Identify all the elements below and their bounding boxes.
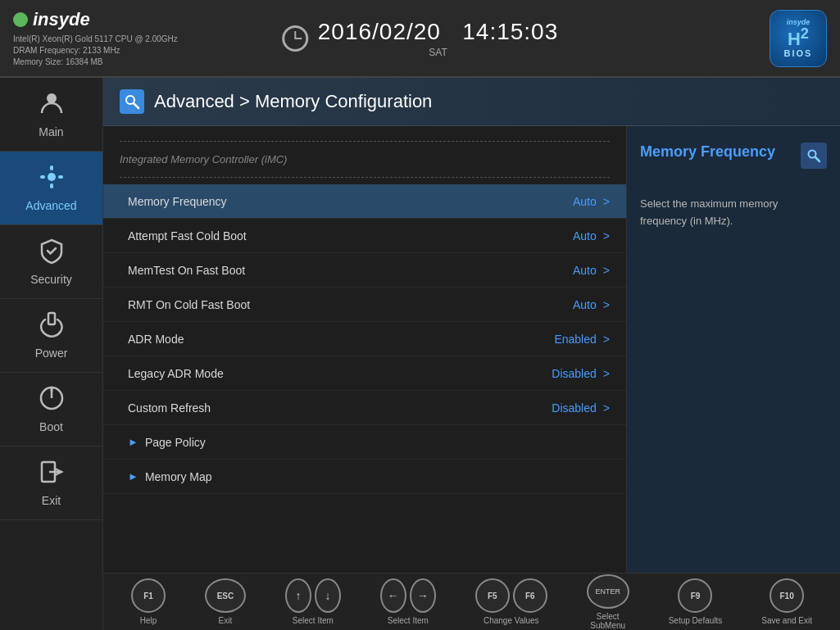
menu-item-label: Attempt Fast Cold Boot [128, 229, 573, 242]
svg-line-13 [134, 103, 138, 108]
power-icon [39, 311, 65, 342]
logo-circle-icon [13, 12, 28, 27]
menu-item-label: Custom Refresh [128, 401, 552, 415]
menu-item-custom-refresh[interactable]: Custom Refresh Disabled > [103, 391, 626, 425]
footer-key-f1[interactable]: F1 Help [131, 578, 166, 625]
sidebar-item-exit[interactable]: Exit [0, 446, 102, 520]
svg-rect-5 [58, 175, 63, 179]
f9-label: Setup Defaults [669, 616, 723, 625]
f6-button[interactable]: F6 [513, 578, 547, 613]
menu-item-memtest-fast-boot[interactable]: MemTest On Fast Boot Auto > [103, 253, 626, 288]
main-layout: Main Advanced Security [0, 78, 840, 630]
chevron-right-icon: > [603, 264, 610, 277]
f9-button[interactable]: F9 [678, 578, 712, 613]
down-arrow-button[interactable]: ↓ [315, 578, 341, 613]
up-arrow-button[interactable]: ↑ [285, 578, 311, 613]
section-label: Integrated Memory Controller (iMC) [103, 148, 626, 170]
enter-label: SelectSubMenu [590, 612, 625, 630]
esc-button[interactable]: ESC [205, 578, 246, 613]
advanced-icon [39, 164, 65, 194]
main-icon [39, 90, 65, 120]
bios-logo: insyde H2 BIOS [770, 10, 827, 67]
right-panel-description: Select the maximum memory frequency (in … [640, 196, 827, 230]
menu-item-memory-frequency[interactable]: Memory Frequency Auto > [103, 184, 626, 219]
svg-line-15 [815, 157, 820, 161]
footer-key-esc[interactable]: ESC Exit [205, 578, 246, 625]
menu-item-memory-map[interactable]: ► Memory Map [103, 460, 626, 494]
menu-item-value: Disabled [552, 367, 596, 380]
menu-item-value: Auto [573, 298, 597, 311]
menu-item-label: ADR Mode [128, 333, 554, 346]
f1-label: Help [140, 616, 157, 625]
right-panel-search-icon [801, 143, 827, 169]
updown-group: ↑ ↓ [285, 578, 341, 613]
header: insyde Intel(R) Xeon(R) Gold 5117 CPU @ … [0, 0, 840, 78]
f5f6-group: F5 F6 [475, 578, 547, 613]
time-text: 14:15:03 [462, 19, 558, 44]
chevron-right-icon: > [603, 401, 610, 415]
chevron-right-icon: > [603, 229, 610, 242]
sidebar-item-boot[interactable]: Boot [0, 373, 102, 446]
leftright-group: ← → [380, 578, 436, 613]
sidebar-item-main[interactable]: Main [0, 78, 102, 152]
svg-point-1 [48, 173, 56, 181]
footer-key-f10[interactable]: F10 Save and Exit [761, 578, 812, 625]
content-header: Advanced > Memory Configuration [103, 78, 840, 126]
bios-logo-inner: insyde H2 BIOS [784, 18, 813, 58]
menu-item-value: Enabled [554, 333, 596, 346]
f10-button[interactable]: F10 [770, 578, 804, 613]
menu-panel: Integrated Memory Controller (iMC) Memor… [103, 126, 627, 573]
logo-top: insyde [13, 9, 178, 30]
footer-key-f5f6[interactable]: F5 F6 Change Values [475, 578, 547, 625]
content-area: Advanced > Memory Configuration Integrat… [103, 78, 840, 630]
menu-item-fast-cold-boot[interactable]: Attempt Fast Cold Boot Auto > [103, 219, 626, 253]
footer: F1 Help ESC Exit ↑ ↓ Select Item ← → Se [103, 573, 840, 630]
footer-key-updown[interactable]: ↑ ↓ Select Item [285, 578, 341, 625]
sidebar-label-exit: Exit [42, 494, 61, 507]
sidebar-item-security[interactable]: Security [0, 225, 102, 299]
menu-item-value: Auto [573, 195, 597, 208]
submenu-arrow-icon: ► [128, 436, 138, 448]
footer-key-enter[interactable]: ENTER SelectSubMenu [587, 574, 629, 630]
sidebar-label-advanced: Advanced [25, 199, 76, 212]
chevron-right-icon: > [603, 195, 610, 208]
chevron-right-icon: > [603, 333, 610, 346]
right-arrow-button[interactable]: → [410, 578, 436, 613]
f5-button[interactable]: F5 [475, 578, 510, 613]
esc-label: Exit [219, 616, 233, 625]
right-panel-title: Memory Frequency [640, 143, 775, 161]
svg-rect-4 [40, 175, 45, 179]
svg-rect-2 [50, 165, 53, 170]
menu-item-adr-mode[interactable]: ADR Mode Enabled > [103, 322, 626, 356]
content-body: Integrated Memory Controller (iMC) Memor… [103, 126, 840, 573]
footer-key-f9[interactable]: F9 Setup Defaults [669, 578, 723, 625]
menu-item-page-policy[interactable]: ► Page Policy [103, 425, 626, 460]
menu-item-legacy-adr-mode[interactable]: Legacy ADR Mode Disabled > [103, 356, 626, 391]
menu-item-value: Disabled [552, 401, 596, 415]
sidebar: Main Advanced Security [0, 78, 103, 630]
chevron-right-icon: > [603, 367, 610, 380]
sidebar-item-advanced[interactable]: Advanced [0, 152, 102, 225]
left-arrow-button[interactable]: ← [380, 578, 406, 613]
boot-icon [39, 385, 65, 415]
clock-row: 2016/02/20 14:15:03 SAT [282, 19, 558, 58]
f5f6-label: Change Values [484, 616, 539, 625]
section-divider-top [120, 141, 610, 142]
date-time-text: 2016/02/20 14:15:03 [318, 19, 558, 45]
menu-item-label: Memory Frequency [128, 195, 573, 208]
date-text: 2016/02/20 [318, 19, 441, 44]
cpu-info: Intel(R) Xeon(R) Gold 5117 CPU @ 2.00GHz… [13, 34, 178, 68]
right-panel: Memory Frequency Select the maximum memo… [627, 126, 840, 573]
menu-item-label: Page Policy [145, 436, 610, 449]
menu-item-value: Auto [573, 264, 597, 277]
date-display: 2016/02/20 14:15:03 SAT [318, 19, 558, 58]
clock-icon [282, 25, 308, 52]
menu-item-rmt-cold-fast-boot[interactable]: RMT On Cold Fast Boot Auto > [103, 288, 626, 322]
breadcrumb-icon [120, 89, 144, 114]
enter-button[interactable]: ENTER [587, 574, 629, 609]
footer-key-leftright[interactable]: ← → Select Item [380, 578, 436, 625]
sidebar-label-main: Main [39, 125, 63, 138]
bios-version: H2 [784, 26, 813, 48]
f1-button[interactable]: F1 [131, 578, 166, 613]
sidebar-item-power[interactable]: Power [0, 299, 102, 373]
